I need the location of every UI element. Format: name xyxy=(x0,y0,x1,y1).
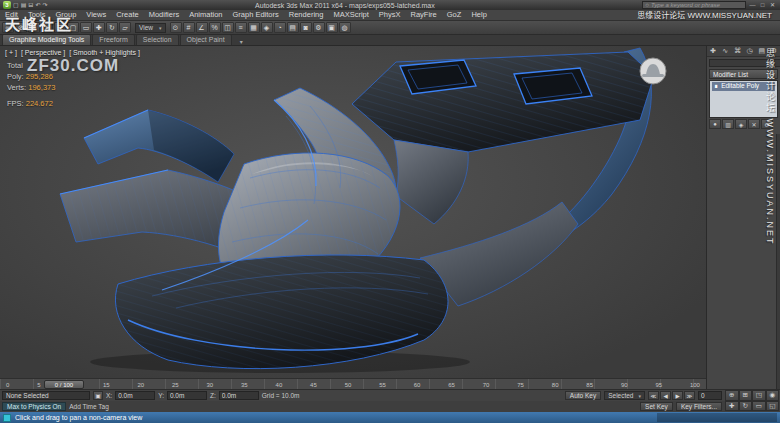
viewport-general-menu[interactable]: [ + ] xyxy=(5,49,17,56)
menu-item[interactable]: Graph Editors xyxy=(228,11,284,19)
go-to-start-button[interactable]: ≪ xyxy=(648,391,659,400)
modifier-list-dropdown[interactable]: Modifier List ▾ xyxy=(709,69,778,79)
select-and-scale-icon[interactable]: ▱ xyxy=(119,22,131,33)
menu-item[interactable]: Tools xyxy=(23,11,51,19)
menu-item[interactable]: Group xyxy=(50,11,81,19)
stack-item-editable-poly[interactable]: ∎ Editable Poly xyxy=(712,82,775,91)
display-tab[interactable]: ▤ xyxy=(756,46,768,56)
bind-to-space-warp-icon[interactable]: ≋ xyxy=(28,22,40,33)
menu-item[interactable]: MAXScript xyxy=(328,11,373,19)
menu-item[interactable]: Edit xyxy=(0,11,23,19)
mirror-icon[interactable]: ◫ xyxy=(222,22,234,33)
selection-lock-toggle[interactable]: ▣ xyxy=(93,391,103,400)
material-editor-icon[interactable]: ◙ xyxy=(300,22,312,33)
pin-stack-icon[interactable]: ● xyxy=(709,119,721,129)
ribbon-collapse-icon[interactable]: ▾ xyxy=(237,38,246,45)
use-pivot-center-icon[interactable]: ⊙ xyxy=(170,22,182,33)
pan-view-icon[interactable]: ✚ xyxy=(725,401,739,412)
application-button[interactable]: 3 xyxy=(3,1,11,9)
window-crossing-icon[interactable]: ▭ xyxy=(80,22,92,33)
maximize-button[interactable]: □ xyxy=(758,2,767,8)
make-unique-icon[interactable]: ◈ xyxy=(735,119,747,129)
ribbon-tab[interactable]: Object Paint xyxy=(180,34,232,45)
perspective-viewport[interactable]: [ + ] [ Perspective ] [ Smooth + Highlig… xyxy=(0,46,706,378)
viewport-shading-menu[interactable]: [ Smooth + Highlights ] xyxy=(69,49,140,56)
undo-icon[interactable]: ↶ xyxy=(35,2,40,8)
ribbon-tab[interactable]: Freeform xyxy=(92,34,134,45)
menu-item[interactable]: Views xyxy=(81,11,111,19)
redo-icon[interactable]: ↷ xyxy=(42,2,47,8)
layer-manager-icon[interactable]: ▦ xyxy=(248,22,260,33)
ribbon-tab[interactable]: Selection xyxy=(136,34,179,45)
create-tab[interactable]: ✚ xyxy=(707,46,719,56)
zoom-icon[interactable]: ⊕ xyxy=(725,390,739,401)
modify-tab[interactable]: ∿ xyxy=(719,46,731,56)
time-slider-bar[interactable]: 0510152025303540455055606570758085909510… xyxy=(0,378,706,389)
z-coordinate-field[interactable] xyxy=(219,391,259,400)
new-scene-icon[interactable]: ▢ xyxy=(13,2,19,8)
orbit-icon[interactable]: ↻ xyxy=(739,401,753,412)
menu-item[interactable]: Rendering xyxy=(284,11,329,19)
rectangular-selection-region-icon[interactable]: ▢ xyxy=(67,22,79,33)
panel-scrollbar[interactable] xyxy=(776,134,780,389)
play-button[interactable]: ▶ xyxy=(672,391,683,400)
angle-snap-icon[interactable]: ∠ xyxy=(196,22,208,33)
select-by-name-icon[interactable]: ☰ xyxy=(54,22,66,33)
set-key-button[interactable]: Set Key xyxy=(640,402,673,411)
current-frame-field[interactable] xyxy=(698,391,722,400)
menu-item[interactable]: Modifiers xyxy=(144,11,184,19)
zoom-all-icon[interactable]: ⊞ xyxy=(739,390,753,401)
select-object-icon[interactable]: ➤ xyxy=(41,22,53,33)
maximize-viewport-toggle-icon[interactable]: ◱ xyxy=(766,401,780,412)
menu-item[interactable]: GoZ xyxy=(442,11,467,19)
menu-item[interactable]: Animation xyxy=(184,11,227,19)
select-and-move-icon[interactable]: ✚ xyxy=(93,22,105,33)
schematic-view-icon[interactable]: ▤ xyxy=(287,22,299,33)
snaps-toggle-icon[interactable]: # xyxy=(183,22,195,33)
save-file-icon[interactable]: ⊟ xyxy=(28,2,33,8)
viewport-canvas[interactable] xyxy=(0,46,706,378)
show-end-result-icon[interactable]: ▥ xyxy=(722,119,734,129)
search-input[interactable] xyxy=(651,2,743,8)
steering-wheels-icon[interactable] xyxy=(640,58,666,84)
ribbon-tab[interactable]: Graphite Modeling Tools xyxy=(2,34,91,45)
align-icon[interactable]: ≡ xyxy=(235,22,247,33)
auto-key-button[interactable]: Auto Key xyxy=(565,391,601,400)
viewport-pov-menu[interactable]: [ Perspective ] xyxy=(21,49,65,56)
selection-set-dropdown[interactable]: Selected ▾ xyxy=(604,391,645,400)
modifier-stack[interactable]: ∎ Editable Poly xyxy=(709,80,778,118)
menu-item[interactable]: RayFire xyxy=(406,11,442,19)
utilities-tab[interactable]: ⚙ xyxy=(768,46,780,56)
configure-modifier-sets-icon[interactable]: ⚙ xyxy=(761,119,773,129)
unlink-selection-icon[interactable]: ⊘ xyxy=(15,22,27,33)
key-filters-button[interactable]: Key Filters... xyxy=(676,402,722,411)
go-to-end-button[interactable]: ≫ xyxy=(684,391,695,400)
add-time-tag-label[interactable]: Add Time Tag xyxy=(69,403,109,410)
minimize-button[interactable]: — xyxy=(748,2,757,8)
time-slider-handle[interactable]: 0 / 100 xyxy=(44,380,84,389)
remove-modifier-icon[interactable]: ✕ xyxy=(748,119,760,129)
render-setup-icon[interactable]: ⚙ xyxy=(313,22,325,33)
physx-status-button[interactable]: Max to Physics On xyxy=(2,402,66,411)
menu-item[interactable]: Create xyxy=(111,11,144,19)
rendered-frame-window-icon[interactable]: ▣ xyxy=(326,22,338,33)
render-production-icon[interactable]: ◍ xyxy=(339,22,351,33)
reference-coordinate-dropdown[interactable]: View ▾ xyxy=(135,23,166,33)
open-file-icon[interactable]: ▤ xyxy=(21,2,27,8)
motion-tab[interactable]: ◷ xyxy=(744,46,756,56)
hierarchy-tab[interactable]: ⌘ xyxy=(731,46,743,56)
3d-model[interactable] xyxy=(60,48,654,369)
select-and-link-icon[interactable]: ∞ xyxy=(2,22,14,33)
zoom-region-icon[interactable]: ▭ xyxy=(752,401,766,412)
menu-item[interactable]: PhysX xyxy=(374,11,406,19)
percent-snap-icon[interactable]: % xyxy=(209,22,221,33)
x-coordinate-field[interactable] xyxy=(115,391,155,400)
graphite-ribbon-toggle-icon[interactable]: ◈ xyxy=(261,22,273,33)
curve-editor-icon[interactable]: ◔ xyxy=(274,22,286,33)
time-ruler[interactable]: 0510152025303540455055606570758085909510… xyxy=(0,379,706,389)
zoom-extents-icon[interactable]: ◳ xyxy=(752,390,766,401)
close-button[interactable]: ✕ xyxy=(768,2,777,8)
object-name-field[interactable] xyxy=(709,59,780,67)
menu-item[interactable]: Help xyxy=(466,11,491,19)
select-and-rotate-icon[interactable]: ↻ xyxy=(106,22,118,33)
